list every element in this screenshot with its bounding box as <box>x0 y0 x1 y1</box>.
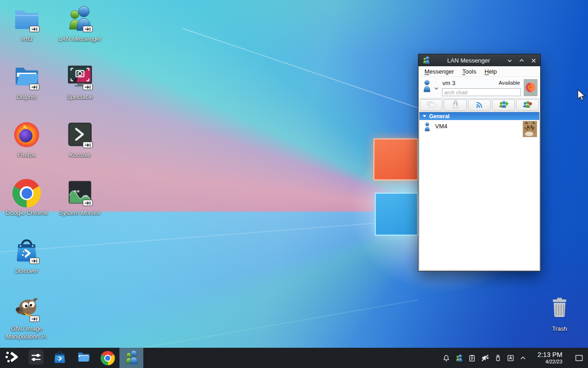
broadcast-button[interactable] <box>468 99 491 111</box>
menu-tools[interactable]: Tools <box>458 67 480 76</box>
broadcast-icon <box>475 100 484 110</box>
volume-muted-icon[interactable] <box>481 354 489 362</box>
desktop-icon-trash[interactable]: Trash <box>537 294 582 333</box>
symlink-emblem-icon <box>83 200 93 206</box>
lan-messenger-tray-icon[interactable] <box>455 354 463 362</box>
keyboard-layout-icon[interactable] <box>507 354 514 362</box>
lan-messenger-window-icon <box>422 56 430 64</box>
desktop-icon-label: Spectacle <box>67 93 93 101</box>
dolphin-icon <box>76 350 91 366</box>
contact-settings-button[interactable] <box>516 99 539 111</box>
desktop-icon-google-chrome[interactable]: Google Chrome <box>5 178 49 217</box>
taskbar-chrome[interactable] <box>96 348 119 368</box>
desktop-icon-label: Google Chrome <box>6 209 48 217</box>
symlink-emblem-icon <box>29 258 40 264</box>
self-avatar[interactable] <box>524 79 537 96</box>
add-contact-button[interactable] <box>492 99 514 111</box>
symlink-emblem-icon <box>83 84 93 90</box>
desktop-icon-firefox[interactable]: Firefox <box>5 121 49 159</box>
taskbar-clock[interactable]: 2:13 PM 4/22/23 <box>533 351 562 364</box>
desktop-icon-gimp[interactable]: GNU Image Manipulation P.. <box>5 294 49 341</box>
desktop-icon-discover[interactable]: Discover <box>5 236 49 275</box>
windows-logo-blue-square <box>375 193 418 236</box>
self-user-name: vm 3 <box>442 80 455 86</box>
taskbar-system-settings[interactable] <box>24 348 48 368</box>
chrome-icon <box>101 351 115 365</box>
group-label: General <box>429 113 450 120</box>
system-tray: 2:13 PM 4/22/23 <box>442 351 588 364</box>
maximize-icon[interactable] <box>519 58 525 63</box>
desktop-icon-label: vm3 <box>21 35 33 43</box>
symlink-emblem-icon <box>29 316 40 322</box>
app-launcher-button[interactable] <box>0 348 24 368</box>
symlink-emblem-icon <box>83 26 93 32</box>
add-contact-icon <box>498 100 509 110</box>
close-icon[interactable] <box>531 58 537 63</box>
usb-device-icon[interactable] <box>494 354 502 362</box>
symlink-emblem-icon <box>83 142 93 148</box>
chrome-icon <box>12 179 41 207</box>
contact-user-icon <box>424 122 430 133</box>
group-header-general[interactable]: General <box>419 112 539 120</box>
group-expanded-icon <box>423 115 426 117</box>
symlink-emblem-icon <box>29 26 40 32</box>
windows-logo-orange-square <box>373 138 418 180</box>
desktop-icon-label: Dolphin <box>17 93 37 101</box>
status-message-input[interactable] <box>442 88 521 96</box>
symlink-emblem-icon <box>29 84 40 90</box>
desktop-icon-label: GNU Image Manipulation P.. <box>5 325 49 341</box>
desktop-icon-lan-messenger[interactable]: LAN Messenger <box>58 5 102 43</box>
clock-date: 4/22/23 <box>533 359 562 364</box>
chevron-down-icon[interactable] <box>434 85 439 92</box>
menu-messenger[interactable]: Messenger <box>420 67 458 76</box>
desktop: vm3 LAN Messenger Dolphin Spectacle Fire… <box>0 0 588 368</box>
show-desktop-icon[interactable] <box>575 355 583 362</box>
desktop-icon-label: Konsole <box>69 151 91 159</box>
window-titlebar[interactable]: LAN Messenger <box>418 54 540 66</box>
desktop-icon-konsole[interactable]: Konsole <box>58 121 102 159</box>
app-launcher-icon <box>5 350 19 366</box>
clipboard-icon[interactable] <box>468 354 476 362</box>
send-file-button[interactable] <box>444 99 466 111</box>
firefox-icon <box>12 120 41 150</box>
window-title: LAN Messenger <box>433 57 504 64</box>
taskbar-dolphin[interactable] <box>72 348 96 368</box>
notifications-icon[interactable] <box>442 354 450 362</box>
lan-messenger-icon <box>124 350 139 367</box>
trash-icon <box>546 295 573 323</box>
desktop-icon-system-monitor[interactable]: System Monitor <box>58 178 102 217</box>
expand-tray-icon[interactable] <box>520 355 526 362</box>
taskbar-lan-messenger[interactable] <box>119 348 143 368</box>
desktop-icon-dolphin[interactable]: Dolphin <box>5 63 49 101</box>
chat-icon <box>426 101 436 109</box>
mouse-cursor <box>577 89 587 104</box>
window-toolbar <box>418 98 540 112</box>
window-menubar: Messenger Tools Help <box>418 66 540 77</box>
desktop-icon-label: System Monitor <box>59 209 101 217</box>
contact-list: General VM4 <box>419 112 540 270</box>
system-settings-icon <box>28 350 44 367</box>
minimize-icon[interactable] <box>507 58 513 63</box>
menu-help[interactable]: Help <box>481 67 501 76</box>
desktop-icon-vm3[interactable]: vm3 <box>5 5 49 43</box>
taskbar: 2:13 PM 4/22/23 <box>0 348 588 368</box>
presence-status[interactable]: Available <box>499 80 520 86</box>
lan-messenger-window: LAN Messenger Messenger Tools Help vm 3 … <box>418 54 541 271</box>
self-user-panel: vm 3 Available <box>418 77 540 98</box>
contact-settings-icon <box>522 100 532 110</box>
desktop-icon-spectacle[interactable]: Spectacle <box>58 63 102 101</box>
contact-avatar <box>523 121 537 137</box>
contact-name: VM4 <box>435 123 447 130</box>
desktop-icon-label: Discover <box>15 267 39 275</box>
attach-file-icon <box>451 100 459 110</box>
contact-row-vm4[interactable]: VM4 <box>419 120 539 139</box>
clock-time: 2:13 PM <box>533 351 562 359</box>
discover-icon <box>52 350 67 366</box>
desktop-icon-label: Firefox <box>17 151 36 159</box>
desktop-icon-label: Trash <box>552 325 567 333</box>
chat-button[interactable] <box>420 99 442 111</box>
desktop-icon-label: LAN Messenger <box>58 35 101 43</box>
taskbar-discover[interactable] <box>48 348 72 368</box>
user-icon <box>423 80 431 94</box>
